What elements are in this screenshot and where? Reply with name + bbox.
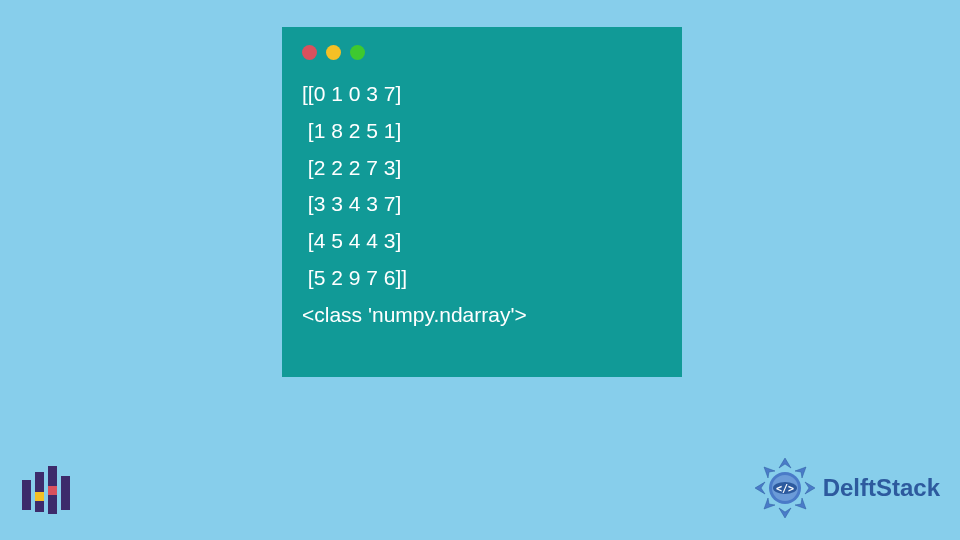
minimize-icon[interactable]	[326, 45, 341, 60]
code-line: <class 'numpy.ndarray'>	[302, 303, 527, 326]
close-icon[interactable]	[302, 45, 317, 60]
code-line: [2 2 2 7 3]	[302, 156, 401, 179]
terminal-window: [[0 1 0 3 7] [1 8 2 5 1] [2 2 2 7 3] [3 …	[282, 27, 682, 377]
window-controls	[302, 45, 662, 60]
maximize-icon[interactable]	[350, 45, 365, 60]
brand-name: DelftStack	[823, 474, 940, 502]
svg-text:</>: </>	[776, 483, 794, 494]
terminal-output: [[0 1 0 3 7] [1 8 2 5 1] [2 2 2 7 3] [3 …	[302, 76, 662, 333]
code-line: [5 2 9 7 6]]	[302, 266, 407, 289]
code-line: [[0 1 0 3 7]	[302, 82, 401, 105]
code-line: [3 3 4 3 7]	[302, 192, 401, 215]
code-line: [1 8 2 5 1]	[302, 119, 401, 142]
code-line: [4 5 4 4 3]	[302, 229, 401, 252]
delftstack-emblem-icon: </>	[753, 456, 817, 520]
logo-icon-left	[22, 466, 70, 518]
brand-logo: </> DelftStack	[753, 456, 940, 520]
